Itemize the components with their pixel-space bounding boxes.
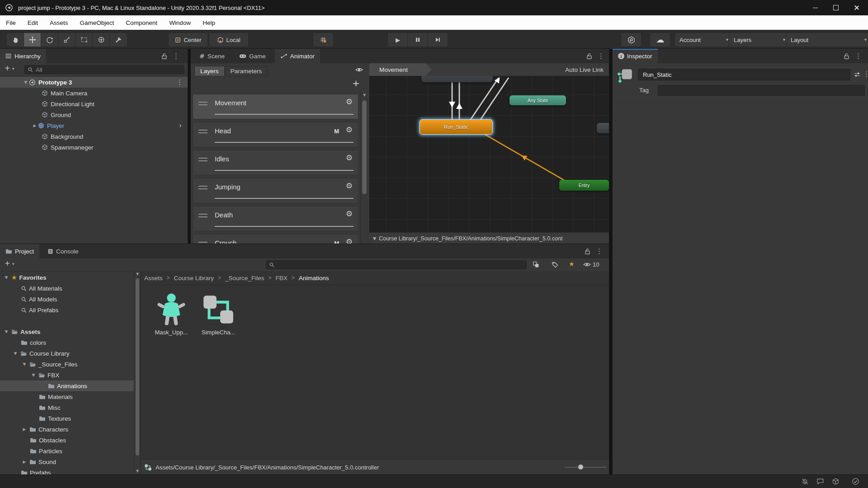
expand-icon[interactable]: ▶ — [22, 460, 27, 464]
cloud-services-button[interactable]: ☁ — [650, 33, 670, 47]
scroll-down-icon[interactable]: ▼ — [134, 469, 141, 473]
breadcrumb-course-library[interactable]: Course Library — [174, 275, 214, 282]
tab-animator[interactable]: Animator — [275, 49, 320, 63]
lock-icon[interactable] — [584, 248, 590, 254]
presets-icon[interactable] — [854, 71, 860, 78]
project-search-input[interactable] — [276, 261, 524, 269]
expand-icon[interactable]: ▶ — [22, 427, 27, 432]
hand-tool-button[interactable] — [6, 33, 24, 47]
hierarchy-item[interactable]: Background — [0, 131, 188, 142]
collapse-icon[interactable]: ▼ — [23, 80, 29, 84]
tab-hierarchy[interactable]: Hierarchy — [0, 49, 46, 63]
step-button[interactable] — [427, 33, 448, 47]
gear-icon[interactable]: ⚙ — [346, 182, 353, 190]
breadcrumb-fbx[interactable]: FBX — [275, 275, 287, 282]
menu-gameobject[interactable]: GameObject — [74, 19, 120, 26]
search-by-type-icon[interactable] — [533, 261, 539, 268]
transform-tool-button[interactable] — [92, 33, 110, 47]
menu-help[interactable]: Help — [197, 19, 221, 26]
hierarchy-search-field[interactable] — [24, 65, 184, 74]
hierarchy-item[interactable]: Main Camera — [0, 88, 188, 99]
console-message-icon[interactable] — [816, 478, 824, 485]
move-tool-button[interactable] — [24, 33, 41, 47]
state-name-field[interactable] — [638, 69, 850, 80]
play-button[interactable]: ▶ — [387, 33, 408, 47]
lock-icon[interactable] — [843, 53, 849, 59]
project-search-field[interactable] — [266, 260, 527, 269]
state-node-partial[interactable] — [597, 123, 609, 133]
asset-tile-controller[interactable]: SimpleCha... — [197, 292, 240, 336]
scrollbar-handle[interactable] — [136, 278, 139, 455]
menu-window[interactable]: Window — [163, 19, 197, 26]
search-by-label-icon[interactable] — [552, 261, 558, 268]
tab-project[interactable]: Project — [0, 244, 39, 258]
layer-item-death[interactable]: Death ⚙ — [193, 206, 359, 231]
kebab-menu-icon[interactable]: ⋮ — [863, 71, 868, 78]
layer-weight-slider[interactable] — [215, 142, 354, 143]
hierarchy-item[interactable]: Directional Light — [0, 99, 188, 109]
notifications-muted-icon[interactable] — [801, 478, 809, 485]
lock-icon[interactable] — [586, 53, 592, 59]
tab-console[interactable]: Console — [42, 244, 84, 258]
gear-icon[interactable]: ⚙ — [346, 98, 353, 106]
breadcrumb-assets[interactable]: Assets — [144, 275, 163, 282]
tree-row-source-files[interactable]: ▼ _Source_Files — [0, 359, 134, 370]
run-static-node[interactable]: Run_Static — [420, 119, 493, 135]
thumbnail-zoom-slider[interactable] — [565, 467, 606, 468]
drag-handle-icon[interactable] — [198, 186, 208, 191]
favorite-item[interactable]: All Models — [0, 294, 134, 305]
subtab-parameters[interactable]: Parameters — [225, 66, 268, 76]
add-layer-button[interactable]: + — [352, 79, 360, 88]
tree-row-course-library[interactable]: ▼ Course Library — [0, 348, 134, 359]
layers-dropdown[interactable]: Layers ▾ — [729, 33, 790, 47]
assets-root-row[interactable]: ▼ Assets — [0, 326, 134, 337]
drag-handle-icon[interactable] — [198, 214, 208, 219]
drag-handle-icon[interactable] — [198, 158, 208, 163]
collapse-icon[interactable]: ▼ — [373, 237, 376, 241]
pause-button[interactable] — [407, 33, 428, 47]
hidden-count-eye-icon[interactable] — [583, 262, 591, 267]
tree-row-characters[interactable]: ▶ Characters — [0, 424, 134, 435]
collapse-icon[interactable]: ▼ — [13, 352, 18, 356]
favorites-header[interactable]: ▼ ★ Favorites — [0, 272, 134, 283]
breadcrumb-source-files[interactable]: _Source_Files — [225, 275, 264, 282]
progress-ok-icon[interactable] — [852, 478, 859, 485]
hierarchy-item-player[interactable]: ▶ Player › — [0, 120, 188, 131]
entry-node[interactable]: Entry — [559, 180, 609, 191]
hierarchy-item[interactable]: Ground — [0, 109, 188, 120]
open-prefab-arrow[interactable]: › — [179, 122, 182, 129]
favorites-star-icon[interactable]: ★ — [569, 261, 575, 267]
kebab-menu-icon[interactable]: ⋮ — [855, 53, 862, 60]
gear-icon[interactable]: ⚙ — [346, 154, 353, 162]
asset-tile-mask[interactable]: Mask_Upp... — [150, 292, 193, 336]
scrollbar-handle[interactable] — [362, 100, 367, 194]
tree-row-textures[interactable]: Textures — [0, 413, 134, 424]
tree-row-colors[interactable]: colors — [0, 337, 134, 348]
layer-item-movement[interactable]: Movement ⚙ — [193, 94, 359, 119]
space-local-button[interactable]: Local — [209, 33, 249, 47]
scroll-up-icon[interactable]: ▼ — [361, 94, 368, 97]
minimize-button[interactable] — [805, 0, 826, 15]
tab-inspector[interactable]: i Inspector — [613, 49, 658, 63]
collapse-icon[interactable]: ▼ — [22, 362, 27, 366]
account-dropdown[interactable]: Account ▾ — [675, 33, 733, 47]
eye-icon[interactable] — [355, 67, 363, 73]
scale-tool-button[interactable] — [58, 33, 75, 47]
layer-weight-slider[interactable] — [215, 198, 354, 199]
hierarchy-scene-row[interactable]: ▼ Prototype 3 ⋮ — [0, 77, 188, 88]
state-node-partial[interactable] — [421, 76, 493, 82]
layer-item-crouch[interactable]: Crouch M ⚙ — [193, 234, 359, 244]
menu-component[interactable]: Component — [120, 19, 163, 26]
kebab-menu-icon[interactable]: ⋮ — [596, 248, 603, 255]
tree-row-obstacles[interactable]: Obstacles — [0, 435, 134, 446]
create-plus-button[interactable]: + — [5, 65, 10, 72]
tree-row-animations-selected[interactable]: Animations — [0, 380, 134, 391]
collapse-icon[interactable]: ▼ — [4, 330, 9, 334]
zoom-slider-handle[interactable] — [578, 465, 583, 469]
state-name-input[interactable] — [642, 71, 846, 79]
layer-weight-slider[interactable] — [215, 114, 354, 115]
maximize-button[interactable] — [826, 0, 846, 15]
breadcrumb-movement[interactable]: Movement — [369, 63, 432, 76]
collapse-icon[interactable]: ▼ — [4, 276, 9, 280]
tag-field[interactable] — [658, 85, 865, 96]
